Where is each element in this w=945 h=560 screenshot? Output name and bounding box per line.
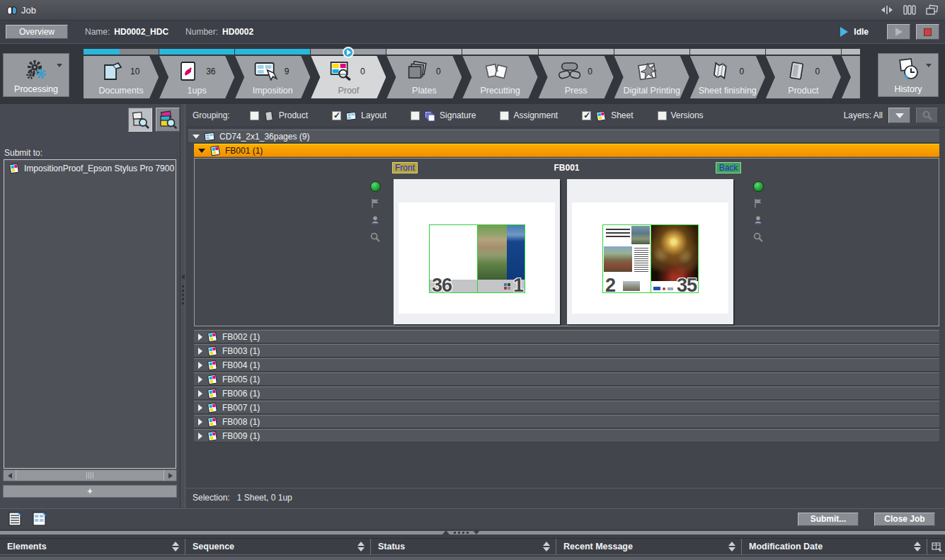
vertical-splitter[interactable] bbox=[180, 104, 185, 508]
sort-arrows[interactable] bbox=[908, 542, 921, 552]
tab-overview[interactable]: Overview bbox=[6, 25, 68, 39]
step-icon bbox=[483, 60, 509, 83]
front-sheet-preview[interactable]: 36 1 bbox=[394, 179, 560, 324]
expanded-arrow-icon[interactable] bbox=[198, 149, 205, 153]
page-1[interactable]: 1 bbox=[478, 224, 526, 293]
collapse-panel-icon[interactable] bbox=[880, 4, 894, 16]
collapsed-arrow-icon[interactable] bbox=[198, 362, 202, 369]
workflow-step[interactable]: 9 Imposition bbox=[235, 56, 310, 98]
front-status-column bbox=[368, 181, 382, 243]
sheet-row-selected[interactable]: FB001 (1) bbox=[194, 144, 939, 157]
step-icon bbox=[99, 60, 125, 83]
workflow-step[interactable]: Precutting bbox=[462, 56, 537, 98]
horizontal-splitter[interactable] bbox=[0, 529, 945, 538]
submit-button[interactable]: Submit... bbox=[798, 513, 859, 526]
collapsed-arrow-icon[interactable] bbox=[198, 376, 202, 383]
expanded-arrow-icon[interactable] bbox=[193, 135, 200, 139]
window-title: Job bbox=[21, 5, 36, 16]
sheet-row[interactable]: FB003 (1) bbox=[194, 344, 939, 358]
sheet-row[interactable]: FB007 (1) bbox=[194, 401, 939, 414]
layout-row[interactable]: CD74_2x1_36pages (9) bbox=[188, 130, 939, 143]
sheet-row[interactable]: FB006 (1) bbox=[194, 387, 939, 400]
sheet-tree: CD74_2x1_36pages (9) FB001 (1) Front FB0… bbox=[188, 130, 939, 486]
sheet-icon bbox=[207, 416, 218, 428]
magnifier-icon[interactable] bbox=[752, 232, 764, 243]
workflow-step[interactable]: 0 Product bbox=[766, 56, 841, 98]
back-sheet-preview[interactable]: 2 35 bbox=[567, 179, 733, 324]
scroll-left-button[interactable] bbox=[4, 470, 16, 481]
scroll-right-button[interactable] bbox=[164, 470, 176, 481]
page-35[interactable]: 35 bbox=[651, 224, 699, 293]
collapsed-arrow-icon[interactable] bbox=[198, 390, 202, 397]
sort-arrows[interactable] bbox=[166, 542, 179, 552]
grouping-checkbox[interactable] bbox=[500, 111, 509, 120]
sort-arrows[interactable] bbox=[723, 542, 735, 552]
sort-arrows[interactable] bbox=[537, 542, 550, 552]
history-menu[interactable]: History bbox=[878, 53, 939, 97]
collapsed-arrow-icon[interactable] bbox=[198, 404, 202, 411]
steps-filler bbox=[842, 56, 860, 98]
proof-color-toggle-button[interactable] bbox=[156, 108, 180, 132]
grouping-option: Signature bbox=[411, 110, 476, 121]
printer-list-item[interactable]: ImpositionProof_Epson Stylus Pro 7900 bbox=[4, 160, 176, 174]
flag-icon[interactable] bbox=[752, 198, 764, 209]
processing-menu[interactable]: Processing bbox=[3, 53, 69, 97]
add-printer-button[interactable]: + bbox=[3, 485, 177, 498]
sheet-row[interactable]: FB005 (1) bbox=[194, 372, 939, 386]
table-config-cell[interactable] bbox=[927, 539, 945, 554]
start-processing-button[interactable] bbox=[887, 24, 910, 40]
magnifier-icon[interactable] bbox=[370, 232, 381, 243]
collapsed-arrow-icon[interactable] bbox=[198, 433, 202, 440]
scrollbar-thumb[interactable] bbox=[16, 470, 164, 481]
person-icon[interactable] bbox=[370, 215, 381, 226]
step-label: Imposition bbox=[253, 86, 293, 96]
splitter-handle[interactable] bbox=[442, 530, 480, 535]
sort-arrows[interactable] bbox=[352, 542, 365, 552]
page-number: 36 bbox=[432, 276, 452, 293]
flag-icon[interactable] bbox=[370, 198, 381, 209]
table-column-header[interactable]: Elements bbox=[0, 539, 185, 554]
person-icon[interactable] bbox=[752, 215, 764, 226]
grouping-label: Grouping: bbox=[193, 110, 230, 120]
table-column-header[interactable]: Status bbox=[371, 539, 556, 554]
panels-icon[interactable] bbox=[903, 4, 917, 16]
workflow-step[interactable]: 10 Documents bbox=[84, 56, 159, 98]
sheet-row-label: FB005 (1) bbox=[222, 375, 260, 384]
sheet-icon bbox=[210, 145, 221, 156]
page-number: 35 bbox=[677, 276, 697, 293]
page-2[interactable]: 2 bbox=[602, 224, 651, 293]
layers-inspect-button[interactable] bbox=[916, 108, 938, 123]
grouping-checkbox[interactable] bbox=[411, 111, 420, 120]
stop-processing-button[interactable] bbox=[916, 24, 939, 40]
grouping-checkbox[interactable] bbox=[332, 111, 341, 120]
workflow-step[interactable]: 0 Sheet finishing bbox=[690, 56, 765, 98]
collapsed-arrow-icon[interactable] bbox=[198, 333, 202, 341]
detail-view-button[interactable] bbox=[31, 511, 48, 527]
step-count: 0 bbox=[739, 67, 744, 76]
detail-view-icon bbox=[32, 511, 47, 527]
sheet-row[interactable]: FB002 (1) bbox=[194, 330, 939, 343]
workflow-step[interactable]: 0 Plates bbox=[386, 56, 462, 98]
cascade-windows-icon[interactable] bbox=[925, 4, 939, 16]
collapsed-arrow-icon[interactable] bbox=[198, 348, 202, 355]
sheet-row[interactable]: FB008 (1) bbox=[194, 415, 939, 428]
table-column-header[interactable]: Recent Message bbox=[556, 539, 742, 554]
sheet-row[interactable]: FB004 (1) bbox=[194, 358, 939, 372]
workflow-step[interactable]: 36 1ups bbox=[159, 56, 234, 98]
table-column-header[interactable]: Sequence bbox=[185, 539, 371, 554]
workflow-step[interactable]: 0 Press bbox=[539, 56, 614, 98]
workflow-step[interactable]: 0 Proof bbox=[311, 56, 386, 98]
list-view-button[interactable] bbox=[7, 511, 24, 527]
close-job-button[interactable]: Close Job bbox=[874, 513, 935, 526]
workflow-step[interactable]: Digital Printing bbox=[614, 56, 689, 98]
table-column-header[interactable]: Modification Date bbox=[742, 539, 927, 554]
grouping-checkbox[interactable] bbox=[582, 111, 591, 120]
sheet-row[interactable]: FB009 (1) bbox=[194, 429, 939, 442]
horizontal-scrollbar[interactable] bbox=[3, 469, 177, 481]
page-36[interactable]: 36 bbox=[429, 224, 478, 293]
grouping-checkbox[interactable] bbox=[250, 111, 259, 120]
layers-dropdown-button[interactable] bbox=[888, 108, 910, 123]
grouping-checkbox[interactable] bbox=[658, 111, 667, 120]
proof-bw-toggle-button[interactable] bbox=[128, 108, 152, 132]
collapsed-arrow-icon[interactable] bbox=[198, 418, 202, 425]
